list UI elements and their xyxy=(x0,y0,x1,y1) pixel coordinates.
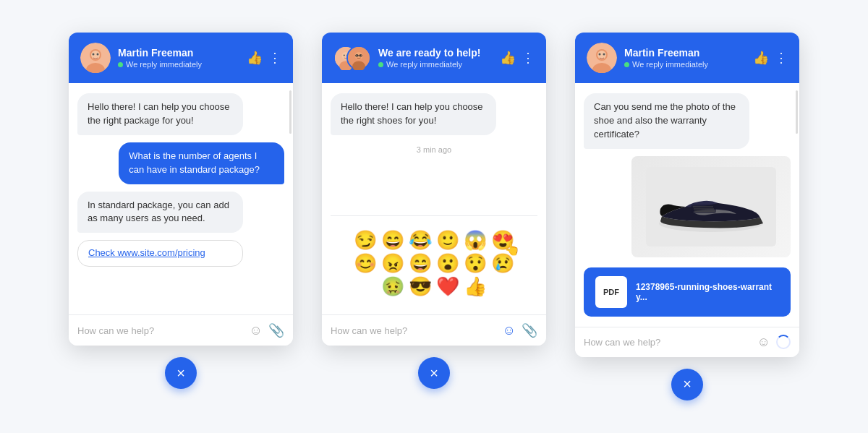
emoji-heart-eyes[interactable]: 😍👆 xyxy=(491,231,514,249)
emoji-laugh[interactable]: 😂 xyxy=(409,231,432,249)
chat-widget-3: Martin Freeman We reply immediately 👍 ⋮ … xyxy=(575,33,799,357)
emoji-cool[interactable]: 😎 xyxy=(409,277,432,296)
shoe-image-3 xyxy=(631,156,791,257)
emoji-gasp[interactable]: 😯 xyxy=(464,254,487,273)
chat-header-1: Martin Freeman We reply immediately 👍 ⋮ xyxy=(69,33,293,83)
emoji-heart[interactable]: ❤️ xyxy=(436,277,459,296)
header-actions-1: 👍 ⋮ xyxy=(247,50,281,66)
more-icon-3[interactable]: ⋮ xyxy=(775,50,788,66)
attach-icon-1[interactable]: 📎 xyxy=(268,322,284,338)
pdf-attachment-3[interactable]: PDF 12378965-running-shoes-warranty... xyxy=(584,267,791,317)
header-name-2: We are ready to help! xyxy=(378,47,493,59)
like-icon-2[interactable]: 👍 xyxy=(500,50,516,66)
attach-icon-2[interactable]: 📎 xyxy=(522,322,537,338)
svg-point-5 xyxy=(97,53,99,56)
emoji-picker-2: 😏 😄 😂 🙂 😱 😍👆 😊 😠 😄 😮 😯 😢 🤢 😎 xyxy=(333,222,535,304)
header-name-1: Martin Freeman xyxy=(118,47,239,59)
chat-input-area-3: ☺ xyxy=(575,327,799,357)
emoji-scared[interactable]: 😱 xyxy=(464,231,487,249)
emoji-blush[interactable]: 😊 xyxy=(354,254,377,273)
more-icon-2[interactable]: ⋮ xyxy=(522,50,535,66)
emoji-icon-2[interactable]: ☺ xyxy=(503,323,516,338)
chat-widget-1: Martin Freeman We reply immediately 👍 ⋮ … xyxy=(69,33,293,346)
header-status-3: We reply immediately xyxy=(624,60,746,69)
emoji-icon-1[interactable]: ☺ xyxy=(250,323,263,338)
emoji-thumbsup[interactable]: 👍 xyxy=(464,277,487,296)
chat-header-3: Martin Freeman We reply immediately 👍 ⋮ xyxy=(575,33,799,83)
chat-body-1: Hello there! I can help you choose the r… xyxy=(69,83,293,314)
loading-spinner-3 xyxy=(776,335,791,349)
emoji-angry[interactable]: 😠 xyxy=(381,254,404,273)
header-info-3: Martin Freeman We reply immediately xyxy=(624,47,746,69)
pdf-filename: 12378965-running-shoes-warranty... xyxy=(636,282,779,302)
close-button-1[interactable]: × xyxy=(165,357,197,389)
emoji-cry[interactable]: 😢 xyxy=(491,254,514,273)
status-dot-1 xyxy=(118,62,123,67)
header-actions-3: 👍 ⋮ xyxy=(753,50,788,66)
widget-2-wrapper: We are ready to help! We reply immediate… xyxy=(322,33,546,389)
msg-1-2: What is the number of agents I can have … xyxy=(119,142,284,184)
msg-1-1: Hello there! I can help you choose the r… xyxy=(77,93,243,135)
chat-header-2: We are ready to help! We reply immediate… xyxy=(322,33,546,83)
chat-input-area-1: ☺ 📎 xyxy=(69,314,293,346)
header-actions-2: 👍 ⋮ xyxy=(500,50,535,66)
msg-2-1: Hello there! I can help you choose the r… xyxy=(331,93,496,135)
svg-point-24 xyxy=(603,53,605,56)
header-name-3: Martin Freeman xyxy=(624,47,746,59)
chat-input-area-2: ☺ 📎 xyxy=(322,314,546,346)
msg-3-1: Can you send me the photo of the shoe an… xyxy=(584,93,749,149)
emoji-sick[interactable]: 🤢 xyxy=(381,277,404,296)
chat-input-2[interactable] xyxy=(331,325,497,336)
chat-input-3[interactable] xyxy=(584,337,752,348)
scroll-indicator-3 xyxy=(796,90,798,134)
header-info-2: We are ready to help! We reply immediate… xyxy=(378,47,493,69)
svg-point-8 xyxy=(344,55,345,56)
widget-1-wrapper: Martin Freeman We reply immediately 👍 ⋮ … xyxy=(69,33,293,389)
close-button-2[interactable]: × xyxy=(418,357,450,389)
emoji-grin[interactable]: 😄 xyxy=(381,231,404,249)
widget-3-wrapper: Martin Freeman We reply immediately 👍 ⋮ … xyxy=(575,33,799,400)
emoji-big-grin[interactable]: 😄 xyxy=(409,254,432,273)
header-status-2: We reply immediately xyxy=(378,60,493,69)
svg-point-22 xyxy=(597,51,606,59)
svg-point-3 xyxy=(91,51,100,59)
avatar-double-2 xyxy=(333,43,371,73)
emoji-wink[interactable]: 😏 xyxy=(354,231,377,249)
header-status-1: We reply immediately xyxy=(118,60,239,69)
emoji-smile[interactable]: 🙂 xyxy=(436,231,459,249)
close-button-3[interactable]: × xyxy=(671,369,703,400)
avatar-2b xyxy=(346,46,371,70)
chat-input-1[interactable] xyxy=(77,325,244,336)
widgets-container: Martin Freeman We reply immediately 👍 ⋮ … xyxy=(40,18,828,415)
emoji-icon-3[interactable]: ☺ xyxy=(757,335,770,350)
avatar-3 xyxy=(587,43,617,73)
more-icon-1[interactable]: ⋮ xyxy=(268,50,281,66)
pdf-icon: PDF xyxy=(595,276,627,308)
scroll-indicator-1 xyxy=(289,90,292,134)
avatar-1 xyxy=(80,43,111,73)
emoji-surprised[interactable]: 😮 xyxy=(436,254,459,273)
chat-widget-2: We are ready to help! We reply immediate… xyxy=(322,33,546,346)
msg-1-4[interactable]: Check www.site.com/pricing xyxy=(77,240,243,267)
like-icon-3[interactable]: 👍 xyxy=(753,50,769,66)
msg-1-3: In standard package, you can add as many… xyxy=(77,192,243,233)
svg-point-23 xyxy=(599,53,601,56)
chat-body-2: Hello there! I can help you choose the r… xyxy=(322,83,546,314)
svg-point-4 xyxy=(93,53,95,56)
header-info-1: Martin Freeman We reply immediately xyxy=(118,47,239,69)
like-icon-1[interactable]: 👍 xyxy=(247,50,263,66)
chat-body-3: Can you send me the photo of the shoe an… xyxy=(575,83,799,327)
msg-time-2: 3 min ago xyxy=(331,145,537,154)
status-dot-3 xyxy=(624,62,629,67)
status-dot-2 xyxy=(378,62,383,67)
